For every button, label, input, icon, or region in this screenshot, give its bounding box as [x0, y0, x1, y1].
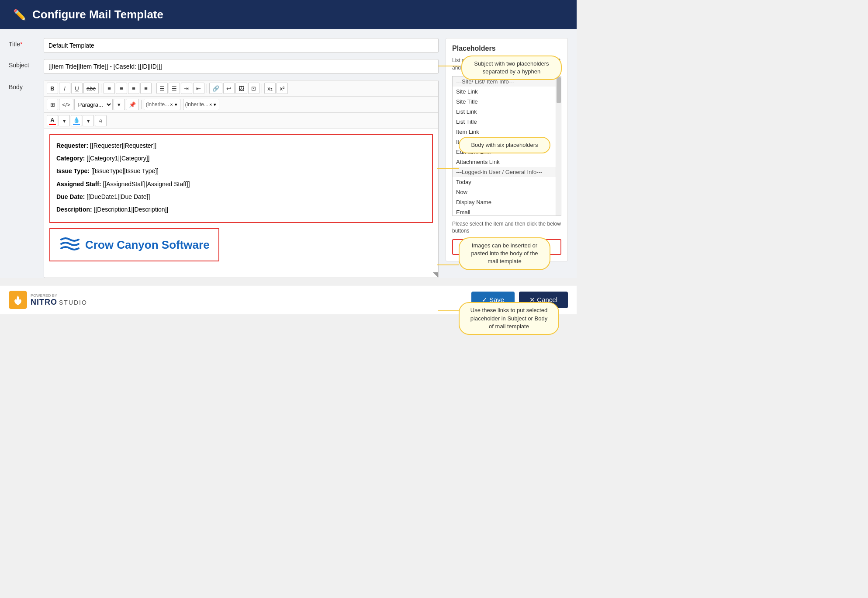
links-callout: Use these links to put selected placehol… — [459, 302, 559, 335]
toolbar-row3: A ▾ 💧 ▾ 🖨 — [44, 113, 438, 129]
font-family-dropdown[interactable]: ▾ — [174, 102, 178, 108]
font-size-input: (inherite... × ▾ — [183, 99, 220, 110]
body-line-4: Assigned Staff: [[AssignedStaff||Assigne… — [56, 179, 426, 190]
font-family-input: (inherite... × ▾ — [144, 99, 180, 110]
nitro-icon-box — [9, 291, 27, 309]
studio-text: STUDIO — [59, 299, 87, 306]
form-area: Title* Subject Subject with two placehol… — [9, 38, 439, 278]
font-size-clear[interactable]: × — [208, 102, 213, 107]
media-button[interactable]: ⊡ — [248, 83, 259, 94]
page-header: ✏️ Configure Mail Template — [0, 0, 577, 29]
subject-arrow — [438, 66, 460, 66]
separator1 — [101, 84, 101, 93]
list-item-list-link[interactable]: List Link — [453, 107, 556, 117]
logo-text: Crow Canyon Software — [85, 238, 210, 252]
subscript-button[interactable]: x₂ — [264, 83, 276, 94]
scrollbar-track[interactable] — [556, 76, 561, 216]
title-input[interactable] — [44, 38, 439, 53]
toolbar-row2: ⊞ </> Paragra... ▾ 📌 (inherite... × ▾ — [44, 97, 438, 113]
highlight-dropdown[interactable]: ▾ — [83, 115, 94, 126]
table-button[interactable]: ⊞ — [47, 99, 58, 110]
bold-button[interactable]: B — [47, 83, 58, 94]
source-button[interactable]: </> — [59, 99, 73, 110]
list-item-site-title[interactable]: Site Title — [453, 97, 556, 107]
indent-button[interactable]: ⇥ — [181, 83, 192, 94]
outdent-button[interactable]: ⇤ — [193, 83, 204, 94]
separator4 — [262, 84, 262, 93]
align-left-button[interactable]: ≡ — [104, 83, 115, 94]
ol-button[interactable]: ☰ — [169, 83, 180, 94]
font-size-dropdown[interactable]: ▾ — [213, 102, 217, 108]
body-line-6: Description: [[Description1||Description… — [56, 204, 426, 215]
title-label: Title* — [9, 38, 39, 48]
nitro-text-area: Powered by NITRO STUDIO — [31, 293, 87, 307]
align-center-button[interactable]: ≡ — [116, 83, 127, 94]
list-item-section-2: ---Logged-in User / General Info--- — [453, 167, 556, 177]
subject-section: Subject Subject with two placeholders se… — [9, 59, 439, 74]
scroll-indicator — [433, 272, 438, 278]
scrollbar-thumb[interactable] — [557, 77, 561, 103]
align-justify-button[interactable]: ≡ — [140, 83, 152, 94]
separator3 — [207, 84, 207, 93]
list-item-display-name[interactable]: Display Name — [453, 197, 556, 207]
body-row: Body B I U abc ≡ ≡ ≡ ≡ — [9, 80, 439, 278]
format-clear-button[interactable]: 📌 — [126, 99, 139, 110]
list-item-attachments-link[interactable]: Attachments Link — [453, 157, 556, 167]
unlink-button[interactable]: ↩ — [223, 83, 235, 94]
links-arrow — [438, 310, 459, 311]
subject-label: Subject — [9, 59, 39, 69]
nitro-brand: NITRO STUDIO — [31, 298, 87, 307]
images-callout: Images can be inserted or pasted into th… — [459, 237, 550, 270]
image-button[interactable]: 🖼 — [235, 83, 247, 94]
body-callout: Body with six placeholders — [459, 137, 550, 153]
body-content-box: Requester: [[Requester||Requester]] Cate… — [49, 134, 433, 223]
italic-button[interactable]: I — [59, 83, 70, 94]
list-item-item-link[interactable]: Item Link — [453, 127, 556, 137]
separator5 — [141, 100, 142, 109]
body-line-2: Category: [[Category1||Category]] — [56, 153, 426, 164]
strikethrough-button[interactable]: abc — [83, 83, 99, 94]
highlight-color-group: 💧 ▾ — [71, 115, 94, 126]
paragraph-select[interactable]: Paragra... — [74, 99, 113, 110]
toolbar-row1: B I U abc ≡ ≡ ≡ ≡ ☰ ☰ ⇥ ⇤ — [44, 80, 438, 97]
print-button[interactable]: 🖨 — [95, 115, 107, 126]
subject-input[interactable] — [44, 59, 439, 74]
font-color-button[interactable]: A — [47, 115, 58, 126]
link-button[interactable]: 🔗 — [209, 83, 222, 94]
font-family-clear[interactable]: × — [169, 102, 173, 107]
powered-by-text: Powered by — [31, 293, 87, 298]
separator2 — [154, 84, 154, 93]
editor-body[interactable]: Requester: [[Requester||Requester]] Cate… — [44, 129, 438, 278]
highlight-button[interactable]: 💧 — [71, 115, 82, 126]
body-arrow — [437, 168, 459, 169]
body-line-3: Issue Type: [[IssueType||Issue Type]] — [56, 166, 426, 177]
list-item-today[interactable]: Today — [453, 177, 556, 187]
body-editor: B I U abc ≡ ≡ ≡ ≡ ☰ ☰ ⇥ ⇤ — [44, 80, 439, 278]
image-arrow — [437, 264, 459, 265]
subject-callout: Subject with two placeholders separated … — [461, 56, 562, 80]
main-content: Title* Subject Subject with two placehol… — [0, 29, 577, 278]
underline-button[interactable]: U — [71, 83, 83, 94]
list-item-list-title[interactable]: List Title — [453, 117, 556, 127]
superscript-button[interactable]: x² — [277, 83, 288, 94]
nitro-logo: Powered by NITRO STUDIO — [9, 291, 87, 309]
body-label: Body — [9, 80, 39, 90]
list-item-email[interactable]: Email — [453, 207, 556, 216]
font-color-group: A ▾ — [47, 115, 70, 126]
subject-row: Subject — [9, 59, 439, 74]
list-item-site-link[interactable]: Site Link — [453, 87, 556, 97]
logo-image-box: Crow Canyon Software — [49, 228, 219, 261]
page-title: Configure Mail Template — [32, 8, 163, 21]
font-color-dropdown[interactable]: ▾ — [59, 115, 70, 126]
align-right-button[interactable]: ≡ — [128, 83, 139, 94]
panel-hint: Please select the item and then click th… — [452, 220, 561, 235]
nitro-flame-icon — [12, 294, 24, 306]
title-row: Title* — [9, 38, 439, 53]
ul-button[interactable]: ☰ — [156, 83, 168, 94]
styles-dropdown[interactable]: ▾ — [114, 99, 125, 110]
crow-canyon-waves-icon — [59, 236, 81, 254]
nitro-text: NITRO — [31, 298, 57, 307]
body-line-1: Requester: [[Requester||Requester]] — [56, 140, 426, 151]
body-line-5: Due Date: [[DueDate1||Due Date]] — [56, 191, 426, 202]
list-item-now[interactable]: Now — [453, 187, 556, 197]
